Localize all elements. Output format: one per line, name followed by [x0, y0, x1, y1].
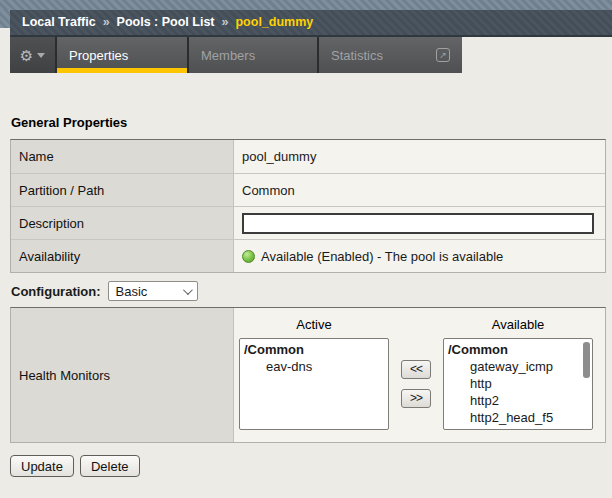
- availability-value: Available (Enabled) - The pool is availa…: [261, 249, 503, 264]
- partition-label: Partition / Path: [11, 174, 234, 206]
- tab-properties[interactable]: Properties: [57, 37, 187, 73]
- name-label: Name: [11, 140, 234, 173]
- list-item[interactable]: eav-dns: [240, 358, 388, 375]
- list-group-label: /Common: [240, 341, 388, 358]
- breadcrumb-current-pool: pool_dummy: [235, 15, 313, 29]
- partition-value: Common: [234, 174, 605, 206]
- breadcrumb-page: Pools : Pool List: [117, 15, 215, 29]
- tab-label: Statistics: [331, 48, 383, 63]
- scrollbar-thumb[interactable]: [583, 342, 590, 378]
- move-buttons-column: << >>: [389, 338, 443, 430]
- update-button[interactable]: Update: [10, 455, 74, 477]
- description-label: Description: [11, 207, 234, 239]
- window-left-texture: [0, 10, 10, 28]
- list-group-label: /Common: [444, 341, 592, 358]
- form-actions: Update Delete: [10, 455, 140, 477]
- list-item[interactable]: http2: [444, 392, 592, 409]
- available-monitors-column: Available /Common gateway_icmp http http…: [443, 317, 593, 430]
- status-available-icon: [242, 250, 255, 263]
- breadcrumb-section: Local Traffic: [22, 15, 96, 29]
- breadcrumb-separator: »: [103, 15, 110, 29]
- move-to-active-button[interactable]: <<: [401, 360, 431, 379]
- configuration-selected-value: Basic: [116, 284, 148, 299]
- available-list-title: Available: [492, 317, 545, 332]
- breadcrumb: Local Traffic » Pools : Pool List » pool…: [10, 10, 612, 37]
- availability-label: Availability: [11, 240, 234, 272]
- health-monitors-table: Health Monitors Active /Common eav-dns <…: [10, 307, 606, 443]
- tab-label: Members: [201, 48, 255, 63]
- chevron-down-icon: [37, 53, 45, 58]
- chevron-down-icon: [183, 285, 193, 295]
- tab-members[interactable]: Members: [189, 37, 317, 73]
- window-top-texture: [0, 0, 612, 10]
- active-list-title: Active: [296, 317, 331, 332]
- configuration-row: Configuration: Basic: [11, 281, 198, 301]
- list-item[interactable]: http2_head_f5: [444, 409, 592, 426]
- table-row-availability: Availability Available (Enabled) - The p…: [11, 239, 605, 272]
- tab-statistics[interactable]: Statistics ↗: [319, 37, 462, 73]
- active-monitors-listbox[interactable]: /Common eav-dns: [239, 338, 389, 430]
- name-value: pool_dummy: [234, 140, 605, 173]
- table-row-description: Description: [11, 206, 605, 239]
- health-monitors-picker: Active /Common eav-dns << >> Available /…: [239, 317, 593, 430]
- health-monitors-label: Health Monitors: [11, 308, 234, 442]
- list-item[interactable]: gateway_icmp: [444, 358, 592, 375]
- description-input[interactable]: [242, 213, 594, 234]
- tab-label: Properties: [69, 48, 128, 63]
- table-row-name: Name pool_dummy: [11, 140, 605, 173]
- configuration-label: Configuration:: [11, 284, 101, 299]
- general-properties-table: Name pool_dummy Partition / Path Common …: [10, 139, 606, 273]
- move-to-available-button[interactable]: >>: [401, 389, 431, 408]
- external-link-icon: ↗: [436, 48, 450, 62]
- delete-button[interactable]: Delete: [80, 455, 140, 477]
- breadcrumb-separator: »: [222, 15, 229, 29]
- gear-icon: ⚙: [20, 48, 33, 63]
- list-item[interactable]: http: [444, 375, 592, 392]
- available-monitors-listbox[interactable]: /Common gateway_icmp http http2 http2_he…: [443, 338, 593, 430]
- gear-menu-button[interactable]: ⚙: [10, 37, 55, 73]
- table-row-partition: Partition / Path Common: [11, 173, 605, 206]
- table-row-health-monitors: Health Monitors Active /Common eav-dns <…: [11, 308, 605, 442]
- tab-bar: ⚙ Properties Members Statistics ↗: [10, 37, 462, 73]
- active-monitors-column: Active /Common eav-dns: [239, 317, 389, 430]
- configuration-select[interactable]: Basic: [108, 281, 198, 301]
- general-properties-title: General Properties: [11, 115, 127, 130]
